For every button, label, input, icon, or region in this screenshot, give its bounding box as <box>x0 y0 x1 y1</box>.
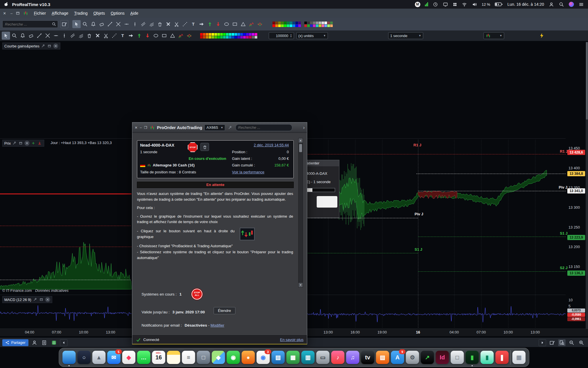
palette-swatch[interactable] <box>252 33 254 36</box>
extend-button[interactable]: Étendre <box>214 307 235 314</box>
settings[interactable]: ⚙ <box>406 351 419 364</box>
cross-lines-tool[interactable] <box>114 20 122 28</box>
modify-notifications-link[interactable]: Modifier <box>210 323 224 327</box>
palette-swatch[interactable] <box>290 24 292 27</box>
palette-swatch[interactable] <box>287 24 289 27</box>
text-tool[interactable] <box>189 20 197 28</box>
object-settings-tool[interactable] <box>93 32 102 40</box>
palette-swatch[interactable] <box>327 24 330 27</box>
menu-item[interactable]: Affichage <box>49 10 71 17</box>
menu-bar-clock[interactable]: Lun. 16 déc. à 14:20 <box>507 2 544 7</box>
palette-swatch[interactable] <box>220 33 223 36</box>
palette-swatch[interactable] <box>313 24 316 27</box>
orders-list-button[interactable] <box>40 339 48 346</box>
facetime[interactable]: ◉ <box>227 351 240 364</box>
arrow-right-tool[interactable] <box>197 20 206 28</box>
panel-window-icon[interactable] <box>39 297 44 302</box>
palette-swatch[interactable] <box>298 24 301 27</box>
rectangle-tool[interactable] <box>231 20 239 28</box>
indesign[interactable]: Id <box>436 351 449 364</box>
panel-settings-icon[interactable] <box>40 43 46 49</box>
palette-swatch[interactable] <box>212 33 214 36</box>
safari[interactable]: ○ <box>78 351 91 364</box>
stop-all-button[interactable]: STOP ALL <box>192 289 202 300</box>
search-icon[interactable] <box>559 2 564 7</box>
palette-swatch[interactable] <box>330 24 333 27</box>
zoom-in-button[interactable] <box>578 339 585 346</box>
arrow-up-tool[interactable] <box>135 32 143 40</box>
scroll-left-button[interactable] <box>60 339 67 346</box>
dotted-line-tool[interactable] <box>181 20 189 28</box>
palette-swatch[interactable] <box>243 36 246 39</box>
palette-swatch[interactable] <box>293 22 295 24</box>
spinner-down-icon[interactable]: ▼ <box>290 36 292 38</box>
calendar[interactable]: DÉC. 16 <box>152 351 165 364</box>
proorder[interactable]: ▮ <box>481 351 494 364</box>
panel-window-icon[interactable] <box>47 43 52 49</box>
ellipse-tool[interactable] <box>152 32 160 40</box>
zigzag-tool[interactable] <box>177 32 185 40</box>
add-indicator-icon[interactable] <box>31 141 36 146</box>
zoom-out-button[interactable] <box>568 339 575 346</box>
numbers[interactable]: ▦ <box>287 351 300 364</box>
scrollbar-thumb[interactable] <box>299 144 302 152</box>
triangle-tool[interactable] <box>239 20 247 28</box>
search-input[interactable] <box>3 22 50 26</box>
menu-item[interactable]: Aide <box>127 10 141 17</box>
wifi-icon[interactable] <box>462 2 467 7</box>
channel-tool[interactable] <box>139 20 147 28</box>
palette-swatch[interactable] <box>246 33 249 36</box>
palette-swatch[interactable] <box>243 33 246 36</box>
palette-swatch[interactable] <box>220 36 223 39</box>
trendline-tool[interactable] <box>106 20 114 28</box>
eraser-tool[interactable] <box>27 32 35 40</box>
palette-swatch[interactable] <box>313 22 316 24</box>
stocks[interactable]: ↗ <box>421 351 434 364</box>
channel-tool[interactable] <box>68 32 77 40</box>
volume-icon[interactable] <box>472 2 477 7</box>
palette-swatch[interactable] <box>319 22 321 24</box>
start-date-link[interactable]: 2 déc. 2019 14:55:44 <box>254 143 289 147</box>
dialog-title-bar[interactable]: ✕ ‒ ❐ ProOrder AutoTrading AX66S▼ › <box>132 122 307 133</box>
mail[interactable]: ✉ 5 <box>107 351 121 364</box>
palette-swatch[interactable] <box>278 22 281 24</box>
palette-swatch[interactable] <box>223 36 226 39</box>
palette-swatch[interactable] <box>324 22 327 24</box>
download-data-icon[interactable] <box>37 141 42 146</box>
palette-swatch[interactable] <box>214 33 217 36</box>
palette-swatch[interactable] <box>209 36 211 39</box>
dotted-line-tool[interactable] <box>110 32 118 40</box>
finder[interactable] <box>63 351 76 364</box>
preview[interactable]: □ <box>197 351 210 364</box>
palette-swatch[interactable] <box>246 36 249 39</box>
palette-swatch[interactable] <box>232 33 234 36</box>
palette-swatch[interactable] <box>226 33 229 36</box>
panel-settings-icon[interactable] <box>32 297 38 302</box>
cut-tool[interactable] <box>102 32 110 40</box>
palette-swatch[interactable] <box>249 33 252 36</box>
photos[interactable]: ◆ <box>122 351 136 364</box>
palette-swatch[interactable] <box>255 33 257 36</box>
palette-swatch[interactable] <box>307 22 310 24</box>
app-store[interactable]: A 9 <box>391 351 404 364</box>
alert-tool[interactable] <box>18 32 27 40</box>
palette-swatch[interactable] <box>278 24 281 27</box>
portfolio-button[interactable] <box>50 339 58 346</box>
palette-swatch[interactable] <box>284 22 287 24</box>
arrow-right-tool[interactable] <box>127 32 135 40</box>
triangle-tool[interactable] <box>168 32 177 40</box>
account-select[interactable]: AX66S▼ <box>204 124 225 131</box>
scroll-right-button[interactable] <box>539 339 546 346</box>
learn-more-link[interactable]: En savoir plus <box>280 338 303 342</box>
battery-icon[interactable] <box>495 2 503 6</box>
arrow-down-tool[interactable] <box>143 32 152 40</box>
dialog-settings-icon[interactable] <box>227 125 233 130</box>
gmail-icon[interactable]: M <box>415 2 420 7</box>
palette-swatch[interactable] <box>217 36 220 39</box>
siri-icon[interactable] <box>569 2 574 7</box>
palette-swatch[interactable] <box>322 22 324 24</box>
palette-swatch[interactable] <box>275 24 278 27</box>
close-icon[interactable]: ✕ <box>135 126 138 130</box>
chart-settings-button[interactable] <box>548 339 556 346</box>
palette-swatch[interactable] <box>284 24 287 27</box>
